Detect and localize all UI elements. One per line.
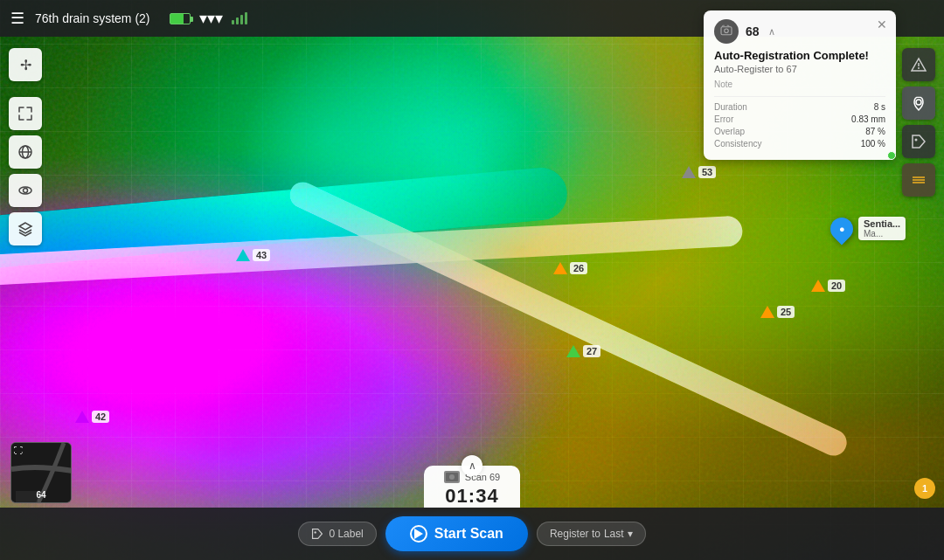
right-toolbar (902, 48, 935, 197)
svg-rect-9 (721, 27, 732, 35)
scan-card: ∧ Scan 69 01:34 (424, 466, 520, 508)
notification-id: 68 (746, 24, 760, 38)
app-container: 43 26 27 20 25 42 53 ● Sentia... (0, 0, 944, 560)
pin-label-sub: Ma... (864, 229, 900, 239)
marker-20[interactable]: 20 (811, 280, 845, 292)
svg-point-15 (315, 531, 316, 533)
notif-row-error: Error 0.83 mm (714, 114, 885, 124)
notification-details: Duration 8 s Error 0.83 mm Overlap 87 % … (714, 96, 885, 149)
bottom-panel: ∧ Scan 69 01:34 0 Label Start (0, 466, 944, 560)
expand-tool-button[interactable] (9, 97, 42, 130)
label-btn-text: 0 Label (329, 528, 363, 540)
marker-53[interactable]: 53 (682, 166, 716, 178)
wifi-icon: ▾▾▾ (199, 9, 223, 28)
svg-point-10 (725, 29, 729, 33)
svg-point-14 (449, 474, 455, 480)
register-to-button[interactable]: Register to Last ▾ (537, 522, 646, 546)
page-title: 76th drain system (2) (35, 11, 150, 25)
marker-42[interactable]: 42 (75, 411, 109, 423)
globe-tool-button[interactable] (9, 135, 42, 169)
move-tool-button[interactable]: ✢ (9, 48, 42, 81)
layers-tool-button[interactable] (9, 212, 42, 245)
pin-label-main: Sentia... (864, 218, 900, 229)
notif-row-duration: Duration 8 s (714, 102, 885, 112)
register-label: Register to (550, 528, 600, 540)
yellow-badge[interactable]: 1 (914, 478, 935, 499)
mini-map-expand-icon[interactable]: ⛶ (14, 446, 23, 455)
notification-chevron: ∧ (768, 26, 775, 38)
menu-icon[interactable]: ☰ (10, 9, 24, 28)
svg-point-6 (918, 67, 920, 69)
notification-subtitle: Auto-Register to 67 (714, 64, 885, 74)
label-button[interactable]: 0 Label (298, 522, 376, 546)
marker-27[interactable]: 27 (566, 345, 600, 357)
scan-thumbnail (444, 471, 460, 483)
location-right-button[interactable] (902, 86, 935, 120)
scan-card-expand-button[interactable]: ∧ (462, 455, 482, 476)
left-toolbar: ✢ (9, 48, 42, 245)
marker-26[interactable]: 26 (553, 262, 587, 274)
start-scan-button[interactable]: Start Scan (385, 516, 528, 551)
tag-right-button[interactable] (902, 125, 935, 158)
signal-icon (232, 12, 247, 24)
notification-avatar (714, 19, 739, 44)
svg-point-8 (915, 139, 918, 142)
action-bar: 0 Label Start Scan Register to Last ▾ (0, 508, 944, 560)
notification-card: ✕ 68 ∧ Auto-Registration Complete! Auto-… (704, 10, 896, 160)
scan-timer: 01:34 (445, 485, 498, 508)
notif-row-consistency: Consistency 100 % (714, 139, 885, 149)
start-scan-label: Start Scan (434, 526, 503, 542)
notification-title: Auto-Registration Complete! (714, 49, 885, 62)
marker-43[interactable]: 43 (236, 249, 270, 261)
register-dropdown-icon[interactable]: ▾ (628, 528, 633, 540)
view-tool-button[interactable] (9, 174, 42, 207)
marker-25[interactable]: 25 (760, 306, 795, 318)
notification-note-label: Note (714, 80, 885, 89)
notif-row-overlap: Overlap 87 % (714, 127, 885, 136)
svg-point-7 (916, 100, 921, 105)
battery-indicator (170, 13, 191, 24)
location-pin-sentia[interactable]: ● Sentia... Ma... (830, 217, 906, 240)
svg-point-4 (24, 189, 28, 193)
caution-right-button[interactable] (902, 48, 935, 81)
header-status-icons: ▾▾▾ (170, 9, 247, 28)
scan-line-right-button[interactable] (902, 163, 935, 197)
notification-close-button[interactable]: ✕ (877, 17, 887, 31)
register-option: Last (604, 528, 624, 540)
start-scan-icon (410, 525, 427, 543)
